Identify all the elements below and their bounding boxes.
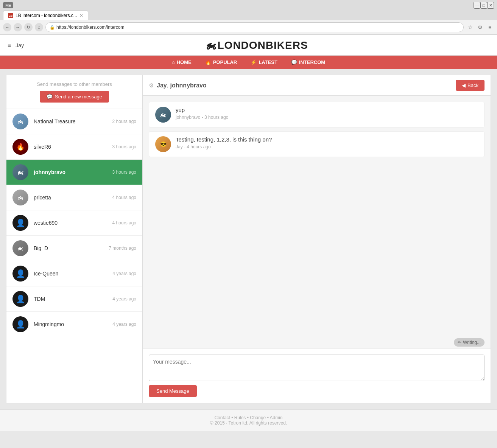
logo-text: LONDONBIKERS [218, 39, 308, 51]
conv-avatar: 🔥 [12, 139, 28, 155]
conversation-list-item[interactable]: 🏍 Big_D 7 months ago [6, 236, 142, 261]
send-message-button[interactable]: Send Message [149, 385, 197, 397]
back-button[interactable]: ◀ Back [456, 80, 485, 91]
conversation-participants: Jay, johnnybravo [157, 82, 207, 89]
conversation-list-item[interactable]: 🏍 pricetta 4 hours ago [6, 185, 142, 210]
logo-icon: 🏍 [206, 39, 216, 51]
main-content: Send messages to other members 💬 Send a … [0, 69, 497, 409]
conv-time: 7 months ago [109, 246, 136, 251]
browser-toolbar-icons: ☆ ⚙ ≡ [466, 23, 494, 31]
conv-name: johnnybravo [34, 169, 65, 175]
pencil-icon: ✏ [458, 340, 461, 345]
message-text: Testing, testing, 1,2,3, is this thing o… [176, 136, 272, 143]
typing-badge: ✏ Writing... [454, 338, 485, 347]
conv-name: National Treasure [34, 118, 76, 124]
message-text: yup [176, 107, 228, 113]
chevron-left-icon: ◀ [462, 82, 466, 88]
conv-time: 4 years ago [112, 322, 136, 327]
refresh-button[interactable]: ↻ [24, 23, 33, 31]
conv-time: 4 years ago [112, 271, 136, 276]
conv-time: 4 hours ago [112, 195, 136, 200]
footer-admin-link[interactable]: Admin [270, 415, 283, 420]
footer-links: Contact • Rules • Change • Admin [5, 415, 492, 420]
close-button[interactable]: ✕ [487, 2, 494, 9]
conv-name: westie690 [34, 220, 58, 226]
conv-name: TDM [34, 296, 45, 302]
maximize-button[interactable]: □ [480, 2, 487, 9]
conv-name: Mingmingmo [34, 321, 64, 327]
settings-icon[interactable]: ⚙ [476, 23, 484, 31]
conversation-list-item[interactable]: 👤 TDM 4 years ago [6, 286, 142, 312]
conversation-list-item[interactable]: 👤 Ice-Queen 4 years ago [6, 261, 142, 286]
conv-avatar: 🏍 [12, 164, 28, 180]
browser-titlebar: Me — □ ✕ [0, 0, 497, 11]
conv-name: Big_D [34, 245, 48, 251]
conv-time: 2 hours ago [112, 119, 136, 124]
messages-area: 🏍 yup johnnybravo - 3 hours ago 😎 Testin… [143, 96, 491, 337]
star-icon[interactable]: ☆ [466, 23, 474, 31]
tab-close-icon[interactable]: ✕ [79, 13, 83, 18]
nav-popular[interactable]: 🔥 POPULAR [198, 56, 244, 69]
site-footer: Contact • Rules • Change • Admin © 2015 … [0, 409, 497, 431]
hamburger-menu-icon[interactable]: ≡ [8, 42, 11, 49]
logged-in-user: Jay [16, 42, 24, 48]
send-new-message-button[interactable]: 💬 Send a new message [40, 91, 109, 103]
message-content: yup johnnybravo - 3 hours ago [176, 107, 228, 120]
chat-icon: 💬 [47, 94, 53, 100]
conv-avatar: 👤 [12, 291, 28, 307]
footer-contact-link[interactable]: Contact [214, 415, 230, 420]
message-content: Testing, testing, 1,2,3, is this thing o… [176, 136, 272, 149]
conversation-list-item[interactable]: 👤 Mingmingmo 4 years ago [6, 312, 142, 337]
conversation-header: ⚙ Jay, johnnybravo ◀ Back [143, 75, 491, 96]
home-button[interactable]: ⌂ [35, 23, 43, 31]
conversation-list-item[interactable]: 👤 westie690 4 hours ago [6, 210, 142, 236]
message-item: 😎 Testing, testing, 1,2,3, is this thing… [149, 131, 485, 157]
back-navigation-button[interactable]: ← [3, 23, 11, 31]
browser-addressbar: ← → ↻ ⌂ 🔒 https://londonbikers.com/inter… [0, 20, 497, 35]
conv-name: pricetta [34, 194, 51, 201]
left-panel: Send messages to other members 💬 Send a … [6, 75, 142, 403]
tab-favicon: LB [8, 13, 13, 18]
lock-icon: 🔒 [50, 25, 55, 30]
url-text: https://londonbikers.com/intercom [56, 25, 124, 30]
nav-home[interactable]: ⌂ HOME [165, 56, 198, 69]
message-item: 🏍 yup johnnybravo - 3 hours ago [149, 102, 485, 128]
site-navigation: ⌂ HOME 🔥 POPULAR ⚡ LATEST 💬 INTERCOM [0, 56, 497, 69]
conv-avatar: 🏍 [12, 190, 28, 205]
conv-avatar: 👤 [12, 316, 28, 332]
conversation-list: 🏍 National Treasure 2 hours ago 🔥 silveR… [6, 109, 142, 337]
forward-navigation-button[interactable]: → [14, 23, 22, 31]
footer-rules-link[interactable]: Rules [234, 415, 246, 420]
site-logo: 🏍 LONDONBIKERS [206, 39, 308, 51]
right-panel: ⚙ Jay, johnnybravo ◀ Back 🏍 yup johnnybr… [142, 75, 491, 403]
message-meta: Jay - 4 hours ago [176, 144, 272, 149]
conversation-list-item[interactable]: 🔥 silveR6 3 hours ago [6, 134, 142, 160]
conv-avatar: 👤 [12, 215, 28, 231]
message-avatar: 😎 [155, 136, 171, 152]
conv-time: 4 hours ago [112, 220, 136, 226]
message-input[interactable] [149, 355, 485, 381]
conv-name: Ice-Queen [34, 271, 58, 277]
gear-icon: ⚙ [149, 82, 154, 89]
browser-tab-bar: LB LB Intercom - londonbikers.c... ✕ [0, 11, 497, 20]
conv-avatar: 🏍 [12, 240, 28, 256]
conv-avatar: 👤 [12, 266, 28, 282]
typing-indicator: ✏ Writing... [143, 337, 491, 348]
conversation-list-item[interactable]: 🏍 johnnybravo 3 hours ago [6, 160, 142, 185]
tab-label: LB Intercom - londonbikers.c... [16, 13, 77, 18]
address-bar[interactable]: 🔒 https://londonbikers.com/intercom [45, 22, 464, 32]
browser-chrome: Me — □ ✕ LB LB Intercom - londonbikers.c… [0, 0, 497, 35]
left-panel-header: Send messages to other members 💬 Send a … [6, 75, 142, 109]
message-meta: johnnybravo - 3 hours ago [176, 115, 228, 120]
conversation-list-item[interactable]: 🏍 National Treasure 2 hours ago [6, 109, 142, 134]
footer-change-link[interactable]: Change [250, 415, 266, 420]
footer-copyright: © 2015 · Tetron ltd. All rights reserved… [5, 420, 492, 426]
menu-icon[interactable]: ≡ [486, 23, 494, 31]
conv-name: silveR6 [34, 144, 51, 150]
nav-latest[interactable]: ⚡ LATEST [244, 56, 284, 69]
conv-avatar: 🏍 [12, 114, 28, 129]
browser-tab[interactable]: LB LB Intercom - londonbikers.c... ✕ [3, 11, 88, 20]
nav-intercom[interactable]: 💬 INTERCOM [284, 56, 332, 69]
minimize-button[interactable]: — [474, 2, 480, 9]
user-badge: Me [3, 2, 13, 8]
